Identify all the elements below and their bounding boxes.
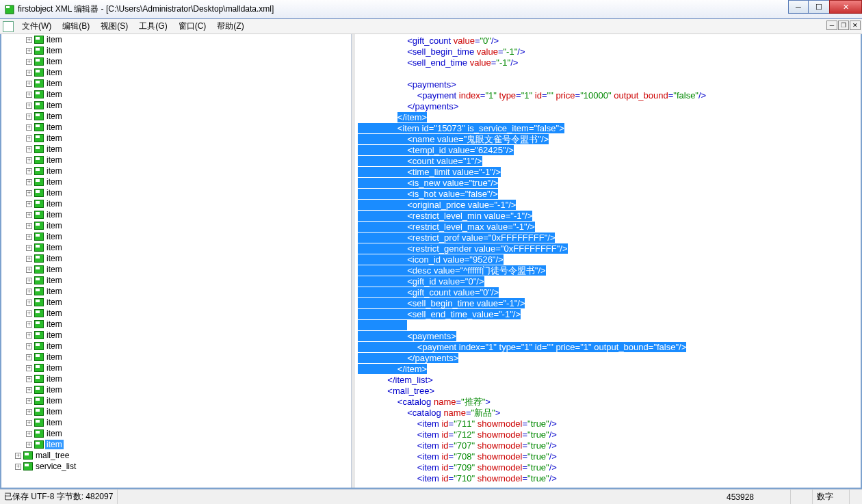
tree-item[interactable]: +item: [1, 319, 351, 330]
expander-icon[interactable]: +: [26, 234, 32, 240]
expander-icon[interactable]: +: [26, 343, 32, 349]
expander-icon[interactable]: +: [26, 278, 32, 284]
expander-icon[interactable]: +: [26, 354, 32, 360]
expander-icon[interactable]: +: [26, 179, 32, 185]
code-line[interactable]: [358, 320, 861, 331]
expander-icon[interactable]: +: [26, 146, 32, 152]
menu-window[interactable]: 窗口(C): [173, 19, 212, 34]
code-line[interactable]: <catalog name="推荐">: [358, 397, 861, 408]
expander-icon[interactable]: +: [26, 409, 32, 415]
tree-item-service_list[interactable]: +service_list: [1, 461, 351, 472]
mdi-close-button[interactable]: ✕: [850, 21, 861, 30]
expander-icon[interactable]: +: [26, 157, 32, 163]
expander-icon[interactable]: +: [26, 256, 32, 262]
tree-item[interactable]: +item: [1, 384, 351, 395]
maximize-button[interactable]: ☐: [809, 0, 829, 14]
mdi-minimize-button[interactable]: ─: [826, 21, 837, 30]
tree-item[interactable]: +item: [1, 362, 351, 373]
tree-item[interactable]: +item: [1, 308, 351, 319]
expander-icon[interactable]: +: [26, 332, 32, 339]
code-line[interactable]: <sell_end_time_value="-1"/>: [358, 309, 861, 320]
expander-icon[interactable]: +: [26, 289, 32, 295]
tree-item[interactable]: +item: [1, 286, 351, 297]
code-line[interactable]: <catalog name="新品">: [358, 408, 861, 419]
code-line[interactable]: <item id="15073" is_service_item="false"…: [358, 123, 861, 134]
tree-item[interactable]: +item: [1, 231, 351, 242]
expander-icon[interactable]: +: [26, 37, 32, 43]
expander-icon[interactable]: +: [26, 201, 32, 207]
code-line[interactable]: <name value="鬼眼文雀号令盟书"/>: [358, 134, 861, 145]
tree-item[interactable]: +item: [1, 78, 351, 89]
tree-item[interactable]: +item: [1, 242, 351, 253]
code-line[interactable]: <restrict_prof value="0xFFFFFFFF"/>: [358, 233, 861, 243]
expander-icon[interactable]: +: [26, 310, 32, 317]
tree-item[interactable]: +item: [1, 253, 351, 264]
code-line[interactable]: <item id="712" showmodel="true"/>: [358, 429, 861, 440]
expander-icon[interactable]: +: [26, 59, 32, 65]
code-editor[interactable]: <gift_count value="0"/> <sell_begin_time…: [355, 34, 861, 488]
expander-icon[interactable]: +: [26, 321, 32, 328]
close-button[interactable]: ✕: [829, 0, 862, 14]
expander-icon[interactable]: +: [15, 464, 21, 470]
code-line[interactable]: </item_list>: [358, 375, 861, 386]
expander-icon[interactable]: +: [26, 81, 32, 87]
code-line[interactable]: </item>: [358, 364, 861, 375]
tree-item[interactable]: +item: [1, 89, 351, 100]
tree-item[interactable]: +item: [1, 34, 351, 45]
code-line[interactable]: <is_hot value="false"/>: [358, 189, 861, 200]
code-line[interactable]: [358, 68, 861, 79]
expander-icon[interactable]: +: [26, 135, 32, 142]
tree-item[interactable]: +item: [1, 341, 351, 352]
tree-item[interactable]: +item: [1, 133, 351, 144]
tree-item[interactable]: +item: [1, 100, 351, 111]
code-line[interactable]: <sell_begin_time value="-1"/>: [358, 298, 861, 309]
code-line[interactable]: <count value="1"/>: [358, 156, 861, 167]
tree-item[interactable]: +item: [1, 297, 351, 308]
code-line[interactable]: <is_new value="true"/>: [358, 178, 861, 189]
menu-edit[interactable]: 编辑(B): [57, 19, 95, 34]
expander-icon[interactable]: +: [26, 420, 32, 426]
code-line[interactable]: <original_price value="-1"/>: [358, 200, 861, 211]
code-line[interactable]: <mall_tree>: [358, 386, 861, 397]
code-line[interactable]: </payments>: [358, 353, 861, 364]
expander-icon[interactable]: +: [26, 223, 32, 229]
tree-item[interactable]: +item: [1, 373, 351, 384]
code-line[interactable]: <icon_id value="9526"/>: [358, 254, 861, 265]
tree-item[interactable]: +item: [1, 165, 351, 176]
tree-item[interactable]: +item: [1, 187, 351, 198]
expander-icon[interactable]: +: [26, 190, 32, 196]
tree-item[interactable]: +item: [1, 406, 351, 417]
code-line[interactable]: <restrict_level_max value="-1"/>: [358, 222, 861, 233]
tree-item[interactable]: +item: [1, 144, 351, 155]
tree-item[interactable]: +item: [1, 111, 351, 122]
tree-item-mall_tree[interactable]: +mall_tree: [1, 450, 351, 461]
expander-icon[interactable]: +: [26, 70, 32, 76]
tree-item[interactable]: +item: [1, 220, 351, 231]
expander-icon[interactable]: +: [26, 124, 32, 131]
expander-icon[interactable]: +: [26, 398, 32, 404]
tree-item[interactable]: +item: [1, 198, 351, 209]
menu-tools[interactable]: 工具(G): [133, 19, 172, 34]
tree-item[interactable]: +item: [1, 56, 351, 67]
tree-item[interactable]: +item: [1, 155, 351, 165]
tree-item[interactable]: +item: [1, 122, 351, 133]
expander-icon[interactable]: +: [26, 245, 32, 251]
expander-icon[interactable]: +: [26, 376, 32, 382]
minimize-button[interactable]: ─: [788, 0, 809, 14]
menu-file[interactable]: 文件(W): [16, 19, 57, 34]
tree-item[interactable]: +item: [1, 209, 351, 220]
expander-icon[interactable]: +: [26, 168, 32, 174]
code-line[interactable]: <payments>: [358, 79, 861, 90]
mdi-restore-button[interactable]: ❐: [838, 21, 849, 30]
code-line[interactable]: <gift_count value="0"/>: [358, 36, 861, 47]
code-line[interactable]: <payments>: [358, 331, 861, 342]
code-line[interactable]: <sell_begin_time value="-1"/>: [358, 47, 861, 57]
expander-icon[interactable]: +: [26, 300, 32, 306]
expander-icon[interactable]: +: [26, 92, 32, 98]
code-line[interactable]: <desc value="^ffffff门徒号令盟书"/>: [358, 265, 861, 276]
expander-icon[interactable]: +: [26, 212, 32, 218]
expander-icon[interactable]: +: [15, 453, 21, 459]
menu-help[interactable]: 帮助(Z): [211, 19, 249, 34]
tree-pane[interactable]: +item+item+item+item+item+item+item+item…: [1, 34, 352, 488]
expander-icon[interactable]: +: [26, 442, 32, 448]
